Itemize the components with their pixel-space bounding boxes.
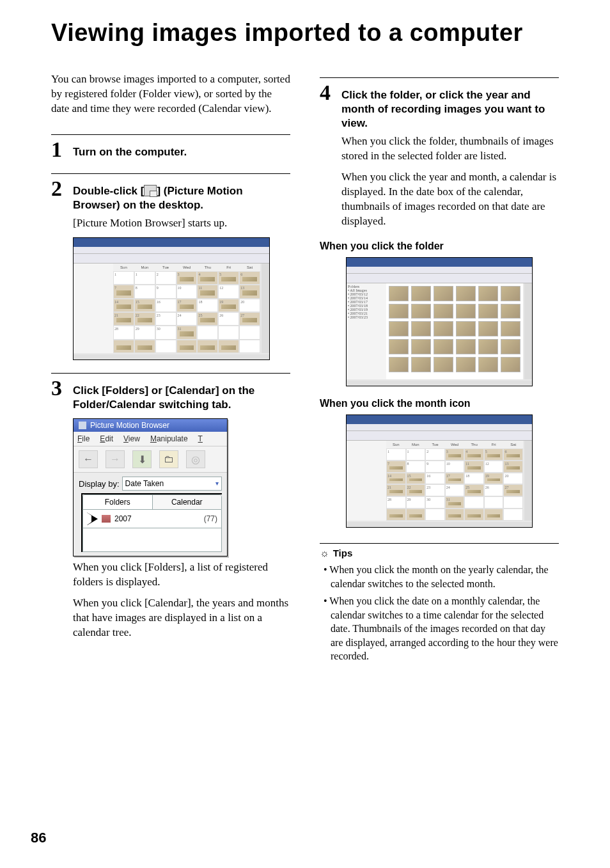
tab-calendar[interactable]: Calendar <box>152 495 222 509</box>
window-statusbar <box>74 354 269 359</box>
window-toolbar <box>74 254 269 264</box>
step-body: [Picture Motion Browser] starts up. <box>73 216 290 231</box>
pmb-titlebar: Picture Motion Browser <box>74 419 227 432</box>
step-title: Double-click [] (Picture Motion Browser)… <box>73 178 290 212</box>
scrollbar <box>524 283 532 379</box>
divider <box>320 77 559 78</box>
figure-pmb-panel: Picture Motion Browser File Edit View Ma… <box>73 418 290 556</box>
scrollbar <box>262 264 269 353</box>
tree-blank-area <box>82 528 222 552</box>
app-window: Sun Mon Tue Wed Thu Fri Sat 1123456 7891… <box>346 414 533 528</box>
window-menubar <box>347 424 532 431</box>
day-label: Thu <box>464 441 484 448</box>
divider <box>51 173 290 174</box>
expand-icon <box>87 512 98 525</box>
sub-heading-folder: When you click the folder <box>320 241 559 252</box>
menu-tools[interactable]: T <box>198 434 203 443</box>
forward-button[interactable]: → <box>106 450 125 468</box>
menu-file[interactable]: File <box>77 434 90 443</box>
window-titlebar <box>347 415 532 424</box>
figure-month-view: Sun Mon Tue Wed Thu Fri Sat 1123456 7891… <box>320 414 559 528</box>
window-menubar <box>74 247 269 254</box>
tip-item: When you click the date on a monthly cal… <box>324 594 559 663</box>
window-sidebar: Folders• All Images• 2007/03/12• 2007/03… <box>347 283 388 379</box>
figure-folder-view: Folders• All Images• 2007/03/12• 2007/03… <box>320 257 559 386</box>
step-body: When you click [Folders], a list of regi… <box>73 560 290 590</box>
day-label: Tue <box>425 441 445 448</box>
step-number: 3 <box>51 377 66 399</box>
day-label: Mon <box>406 441 426 448</box>
display-by-value: Date Taken <box>125 477 164 490</box>
display-by-dropdown[interactable]: Date Taken ▾ <box>122 477 222 491</box>
pmb-menubar: File Edit View Manipulate T <box>74 432 227 446</box>
day-label: Sat <box>503 441 523 448</box>
calendar-content: Sun Mon Tue Wed Thu Fri Sat 1123456 7891… <box>386 441 523 521</box>
pmb-panel: Picture Motion Browser File Edit View Ma… <box>73 418 228 556</box>
display-by-label: Display by: <box>79 479 120 489</box>
step-number: 1 <box>51 139 66 161</box>
day-label: Mon <box>134 264 155 271</box>
window-toolbar <box>347 431 532 441</box>
menu-edit[interactable]: Edit <box>100 434 113 443</box>
calendar-grid: 1123456 78910111213 14151617181920 21222… <box>113 271 260 353</box>
step-title: Click [Folders] or [Calendar] on the Fol… <box>73 377 290 412</box>
menu-view[interactable]: View <box>123 434 140 443</box>
year-count: (77) <box>204 514 217 523</box>
tips-label: Tips <box>333 548 353 558</box>
step-body: When you click the year and month, a cal… <box>341 170 559 229</box>
chevron-down-icon: ▾ <box>215 477 219 490</box>
window-titlebar <box>347 258 532 267</box>
pmb-window-title: Picture Motion Browser <box>90 421 169 430</box>
thumbnail-content <box>386 283 523 379</box>
step-1: 1 Turn on the computer. <box>51 139 290 161</box>
menu-manipulate[interactable]: Manipulate <box>150 434 188 443</box>
step-body: When you click the folder, thumbnails of… <box>341 134 559 164</box>
step-number: 2 <box>51 178 66 200</box>
day-label: Fri <box>484 441 504 448</box>
window-sidebar <box>74 264 115 353</box>
tab-folders[interactable]: Folders <box>83 495 152 509</box>
year-tree-row[interactable]: 2007 (77) <box>82 510 222 528</box>
tip-item: When you click the month on the yearly c… <box>324 563 559 590</box>
day-label: Sat <box>239 264 260 271</box>
day-label: Fri <box>218 264 239 271</box>
folder-calendar-tabs: Folders Calendar <box>82 494 222 510</box>
step-number: 4 <box>320 82 335 104</box>
window-statusbar <box>347 381 532 386</box>
folder-button[interactable]: 🗀 <box>159 450 178 468</box>
year-icon <box>102 515 111 523</box>
step-2: 2 Double-click [] (Picture Motion Browse… <box>51 178 290 360</box>
step-body: When you click [Calendar], the years and… <box>73 596 290 640</box>
window-sidebar <box>347 441 388 521</box>
window-statusbar <box>347 522 532 527</box>
step-3: 3 Click [Folders] or [Calendar] on the F… <box>51 377 290 640</box>
page-title: Viewing images imported to a computer <box>51 19 559 47</box>
intro-text: You can browse images imported to a comp… <box>51 72 290 116</box>
tip-icon: ☼ <box>320 548 329 559</box>
window-titlebar <box>74 238 269 247</box>
day-label: Wed <box>445 441 465 448</box>
pmb-desktop-icon <box>144 185 157 196</box>
scrollbar <box>524 441 532 521</box>
day-label: Sun <box>386 441 406 448</box>
page-number: 86 <box>31 830 46 846</box>
app-window: Sun Mon Tue Wed Thu Fri Sat 1123456 7891… <box>73 237 270 360</box>
calendar-grid: 1123456 78910111213 14151617181920 21222… <box>386 448 523 521</box>
day-label: Thu <box>197 264 218 271</box>
app-window: Folders• All Images• 2007/03/12• 2007/03… <box>346 257 533 386</box>
tips-heading: ☼ Tips <box>320 548 559 559</box>
divider <box>51 134 290 135</box>
sub-heading-month: When you click the month icon <box>320 398 559 409</box>
app-icon <box>79 422 86 429</box>
disc-button[interactable]: ◎ <box>186 450 205 468</box>
import-button[interactable]: ⬇ <box>132 450 152 468</box>
day-label: Sun <box>113 264 134 271</box>
step-title-pre: Double-click [ <box>73 185 144 197</box>
thumbnail-grid <box>386 283 523 375</box>
back-button[interactable]: ← <box>79 450 98 468</box>
step-title: Turn on the computer. <box>73 139 187 159</box>
figure-calendar-screenshot: Sun Mon Tue Wed Thu Fri Sat 1123456 7891… <box>73 237 290 360</box>
divider <box>320 543 559 544</box>
day-label: Wed <box>176 264 198 271</box>
year-label: 2007 <box>114 514 132 523</box>
